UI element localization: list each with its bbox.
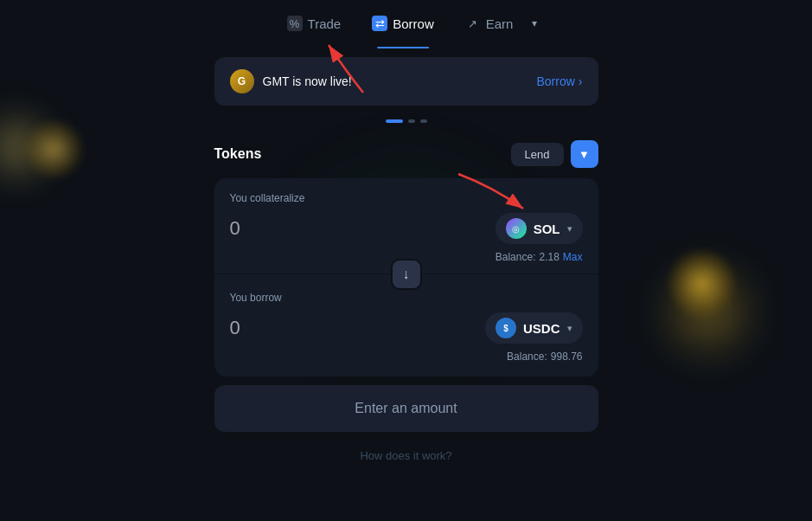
earn-icon: ↗ [465,16,481,31]
nav-trade[interactable]: % Trade [275,10,354,36]
pagination [386,119,427,123]
nav-borrow[interactable]: ⇄ Borrow [360,10,446,36]
how-it-works-link[interactable]: How does it work? [360,449,451,462]
main-content: G GMT is now live! Borrow › Tokens Lend … [0,36,812,462]
swap-arrow-icon: ↓ [403,267,410,282]
borrow-balance-value: 998.76 [551,351,583,363]
borrow-token-name: USDC [523,321,560,336]
gmt-icon: G [230,69,254,93]
borrow-token-chevron-icon: ▾ [567,323,572,334]
borrow-balance-label: Balance: [507,351,547,363]
collateral-max-button[interactable]: Max [563,251,583,263]
borrow-icon: ⇄ [372,16,387,31]
collateral-token-name: SOL [534,222,560,236]
nav-earn-label: Earn [486,16,514,31]
gmt-banner: G GMT is now live! Borrow › [214,57,598,106]
filter-icon: ▼ [579,148,590,161]
arrow-annotation-nav [311,36,380,97]
collateral-token-chevron-icon: ▾ [567,223,572,235]
banner-borrow-link[interactable]: Borrow › [536,74,582,88]
trade-icon: % [287,16,303,31]
filter-button[interactable]: ▼ [571,140,598,168]
swap-direction-button[interactable]: ↓ [391,259,422,290]
enter-amount-button[interactable]: Enter an amount [214,385,598,432]
usdc-icon: $ [496,318,516,338]
borrow-amount: 0 [230,317,240,339]
borrow-label: You borrow [230,292,583,304]
banner-arrow-icon: › [579,74,583,88]
borrow-card: You collateralize 0 ◎ SOL ▾ Balance: 2.1… [214,178,598,376]
nav-earn[interactable]: ↗ Earn [453,10,526,36]
borrow-token-selector[interactable]: $ USDC ▾ [485,312,583,344]
nav-chevron-icon[interactable]: ▾ [532,17,537,29]
collateral-balance-value: 2.18 [539,251,559,263]
top-navigation: % Trade ⇄ Borrow ↗ Earn ▾ [0,0,812,36]
borrow-balance-row: Balance: 998.76 [230,351,583,363]
pagination-dot-2[interactable] [408,119,415,123]
tokens-section: Tokens Lend ▼ You collateralize 0 ◎ SOL … [214,140,598,432]
pagination-dot-active[interactable] [386,119,403,123]
tokens-header: Tokens Lend ▼ [214,140,598,168]
nav-trade-label: Trade [308,16,342,31]
collateral-balance-label: Balance: [496,251,536,263]
lend-button[interactable]: Lend [511,143,564,166]
nav-borrow-label: Borrow [393,16,434,31]
collateral-amount: 0 [230,217,240,240]
borrow-input-row: 0 $ USDC ▾ [230,312,583,344]
arrow-annotation-lend [450,170,536,222]
tokens-actions: Lend ▼ [511,140,598,168]
pagination-dot-3[interactable] [420,119,427,123]
tokens-title: Tokens [214,146,262,162]
